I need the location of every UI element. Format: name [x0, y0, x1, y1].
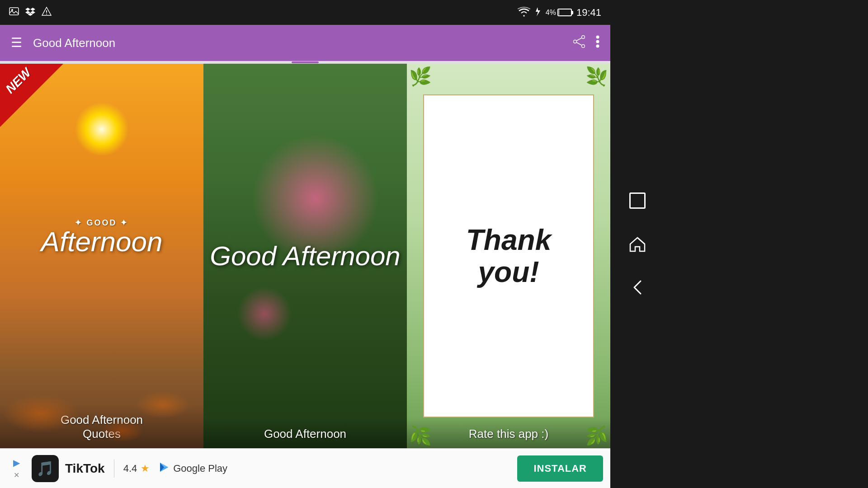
battery-fill: [559, 10, 559, 15]
leaf-bl-icon: 🌿: [409, 425, 432, 446]
dropbox-icon: [25, 7, 35, 18]
card-3-thank-you-text: Thank you!: [466, 224, 551, 288]
leaf-tl-icon: 🌿: [409, 66, 432, 87]
more-options-icon[interactable]: [596, 35, 599, 51]
phone-screen: 4% 19:41 ☰ Good Afternoon: [0, 0, 610, 488]
ad-app-name: TikTok: [65, 461, 105, 476]
back-nav-icon[interactable]: [631, 279, 644, 296]
card-rose[interactable]: Good Afternoon Good Afternoon: [203, 64, 407, 448]
nav-bar: [610, 0, 665, 488]
status-time: 19:41: [576, 7, 601, 19]
app-toolbar: ☰ Good Afternoon: [0, 25, 610, 61]
leaf-tr-icon: 🌿: [585, 66, 608, 87]
play-store-icon: [159, 462, 170, 475]
battery-percent: 4%: [546, 9, 556, 17]
warning-icon: [42, 7, 52, 18]
battery-box: [557, 9, 572, 16]
ad-star-icon: ★: [141, 463, 150, 474]
svg-point-10: [596, 40, 599, 43]
card-thankyou[interactable]: 🌿 🌿 🌿 🌿 Thank you! Rate this app :): [407, 64, 610, 448]
status-bar: 4% 19:41: [0, 0, 610, 25]
card-1-script-text: ✦ GOOD ✦ Afternoon: [41, 218, 163, 256]
svg-point-9: [596, 35, 599, 38]
ad-rating: 4.4 ★: [123, 463, 150, 474]
image-icon: [9, 7, 19, 18]
svg-point-6: [582, 44, 585, 47]
square-nav-icon[interactable]: [629, 192, 646, 209]
svg-point-11: [596, 44, 599, 47]
battery-bolt-icon: [535, 7, 541, 19]
battery-indicator: 4%: [546, 9, 572, 17]
ad-divider: [114, 460, 114, 478]
card-3-white-card: Thank you!: [423, 94, 594, 418]
ad-bar: ▶ ✕ 🎵 TikTok 4.4 ★ Google Play INSTALAR: [0, 448, 610, 488]
home-nav-icon[interactable]: [629, 236, 646, 252]
wifi-icon: [518, 7, 530, 19]
status-bar-left: [9, 7, 52, 18]
autumn-overlay: [0, 275, 203, 448]
ad-store-name: Google Play: [173, 463, 227, 474]
card-2-script-afternoon: Good Afternoon: [203, 241, 407, 271]
card-2-script-text: Good Afternoon: [203, 241, 407, 271]
recent-apps-icon: [629, 192, 646, 209]
leaf-br-icon: 🌿: [585, 425, 608, 446]
ad-app-icon: 🎵: [32, 455, 59, 482]
ad-close-area: ▶ ✕: [7, 457, 25, 479]
menu-button[interactable]: ☰: [11, 37, 22, 49]
card-1-afternoon-text: Afternoon: [41, 228, 163, 256]
toolbar-actions: [573, 35, 599, 51]
svg-point-4: [582, 35, 585, 38]
card-3-overlay: Rate this app :): [407, 418, 610, 448]
card-autumn[interactable]: NEW ✦ GOOD ✦ Afternoon Good Afternoon Qu…: [0, 64, 203, 448]
ad-install-button[interactable]: INSTALAR: [517, 455, 603, 482]
svg-point-5: [574, 40, 577, 43]
sun-glow: [75, 102, 129, 156]
status-bar-right: 4% 19:41: [518, 7, 601, 19]
ad-arrow-icon: ▶: [13, 457, 20, 468]
svg-line-8: [577, 42, 582, 45]
ad-close-button[interactable]: ✕: [14, 471, 19, 479]
ad-store: Google Play: [159, 462, 227, 475]
svg-point-3: [46, 14, 47, 14]
card-3-title: Rate this app :): [414, 427, 603, 441]
ad-rating-number: 4.4: [123, 463, 137, 474]
content-grid: NEW ✦ GOOD ✦ Afternoon Good Afternoon Qu…: [0, 64, 610, 448]
toolbar-title: Good Afternoon: [33, 36, 573, 50]
share-icon[interactable]: [573, 35, 585, 51]
svg-line-7: [577, 38, 582, 41]
scroll-dot: [292, 61, 319, 63]
